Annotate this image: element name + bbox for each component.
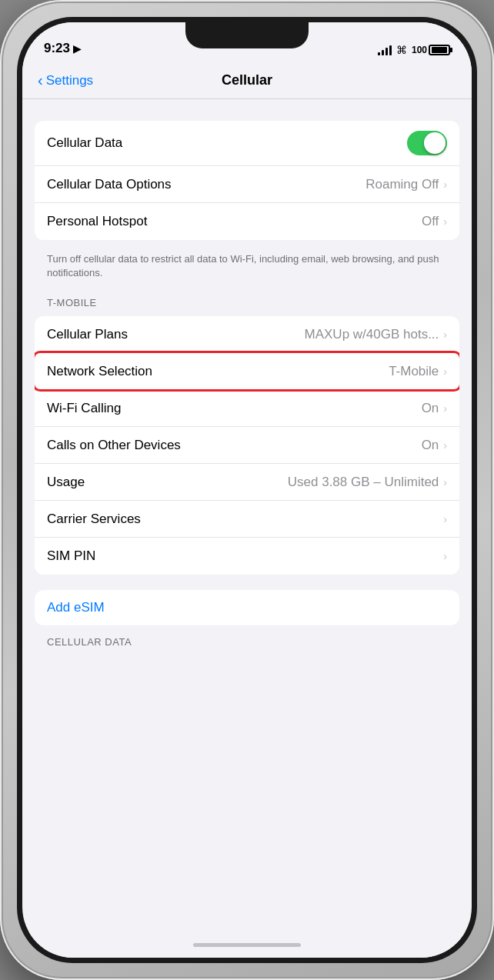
cellular-description: Turn off cellular data to restrict all d… bbox=[22, 246, 472, 292]
usage-right: Used 3.88 GB – Unlimited › bbox=[288, 475, 447, 490]
calls-other-devices-right: On › bbox=[422, 438, 447, 453]
nav-bar: ‹ Settings Cellular bbox=[22, 62, 472, 99]
battery-fill bbox=[432, 47, 447, 53]
cellular-data-toggle[interactable] bbox=[407, 131, 447, 155]
usage-row[interactable]: Usage Used 3.88 GB – Unlimited › bbox=[35, 464, 459, 501]
network-selection-right: T-Mobile › bbox=[389, 364, 447, 379]
add-esim-label: Add eSIM bbox=[47, 600, 105, 615]
location-icon: ▶ bbox=[73, 43, 81, 55]
chevron-icon-5: › bbox=[443, 402, 447, 415]
network-selection-value: T-Mobile bbox=[389, 364, 439, 379]
chevron-left-icon: ‹ bbox=[38, 72, 43, 89]
wifi-calling-row[interactable]: Wi-Fi Calling On › bbox=[35, 390, 459, 427]
cellular-data-options-right: Roaming Off › bbox=[365, 177, 447, 192]
sim-pin-right: › bbox=[443, 550, 447, 562]
battery-container: 100 bbox=[412, 45, 450, 55]
battery-percent: 100 bbox=[412, 45, 427, 55]
add-esim-row[interactable]: Add eSIM bbox=[35, 590, 459, 625]
chevron-icon-7: › bbox=[443, 476, 447, 488]
carrier-services-row[interactable]: Carrier Services › bbox=[35, 501, 459, 538]
personal-hotspot-row[interactable]: Personal Hotspot Off › bbox=[35, 203, 459, 240]
personal-hotspot-right: Off › bbox=[422, 214, 447, 229]
cellular-data-options-label: Cellular Data Options bbox=[47, 177, 172, 192]
carrier-services-right: › bbox=[443, 513, 447, 525]
wifi-calling-right: On › bbox=[422, 401, 447, 416]
sim-pin-label: SIM PIN bbox=[47, 548, 95, 564]
esim-group: Add eSIM bbox=[35, 590, 459, 625]
calls-other-devices-row[interactable]: Calls on Other Devices On › bbox=[35, 427, 459, 464]
cellular-plans-value: MAXUp w/40GB hots... bbox=[305, 327, 439, 342]
chevron-icon-3: › bbox=[443, 328, 447, 341]
chevron-icon-8: › bbox=[443, 513, 447, 525]
time-display: 9:23 bbox=[44, 41, 70, 56]
cellular-plans-right: MAXUp w/40GB hots... › bbox=[305, 327, 447, 342]
battery-icon bbox=[429, 45, 450, 55]
signal-bar-3 bbox=[386, 48, 388, 55]
cellular-data-options-row[interactable]: Cellular Data Options Roaming Off › bbox=[35, 166, 459, 203]
carrier-services-label: Carrier Services bbox=[47, 512, 141, 527]
cellular-data-options-value: Roaming Off bbox=[365, 177, 439, 192]
tmobile-section-header: T-MOBILE bbox=[22, 292, 472, 313]
wifi-calling-label: Wi-Fi Calling bbox=[47, 401, 121, 416]
signal-bar-4 bbox=[389, 45, 392, 55]
page-title: Cellular bbox=[222, 72, 272, 88]
back-button[interactable]: ‹ Settings bbox=[38, 72, 93, 89]
network-selection-label: Network Selection bbox=[47, 364, 152, 379]
chevron-icon-6: › bbox=[443, 439, 447, 452]
wifi-calling-value: On bbox=[422, 401, 439, 416]
cellular-data-group: Cellular Data Cellular Data Options Roam… bbox=[35, 121, 459, 240]
signal-bar-2 bbox=[382, 50, 384, 55]
tmobile-group: Cellular Plans MAXUp w/40GB hots... › Ne… bbox=[35, 316, 459, 575]
home-bar bbox=[193, 943, 301, 947]
chevron-icon-2: › bbox=[443, 215, 447, 228]
network-selection-row[interactable]: Network Selection T-Mobile › bbox=[35, 353, 459, 390]
cellular-data-section-header: CELLULAR DATA bbox=[22, 632, 472, 652]
toggle-thumb bbox=[424, 132, 446, 154]
notch bbox=[185, 22, 309, 48]
cellular-data-row[interactable]: Cellular Data bbox=[35, 121, 459, 166]
chevron-icon-4: › bbox=[443, 365, 447, 378]
spacer-mid bbox=[22, 581, 472, 590]
back-label: Settings bbox=[46, 73, 93, 88]
status-icons: ⌘ 100 bbox=[378, 44, 450, 56]
screen: 9:23 ▶ ⌘ 100 bbox=[22, 22, 472, 958]
spacer-top bbox=[22, 112, 472, 121]
usage-value: Used 3.88 GB – Unlimited bbox=[288, 475, 439, 490]
wifi-icon: ⌘ bbox=[396, 44, 407, 56]
phone-inner: 9:23 ▶ ⌘ 100 bbox=[17, 17, 477, 963]
personal-hotspot-value: Off bbox=[422, 214, 439, 229]
home-indicator[interactable] bbox=[22, 932, 472, 958]
calls-other-devices-label: Calls on Other Devices bbox=[47, 438, 181, 453]
phone-frame: 9:23 ▶ ⌘ 100 bbox=[0, 0, 494, 980]
cellular-plans-row[interactable]: Cellular Plans MAXUp w/40GB hots... › bbox=[35, 316, 459, 353]
signal-bars bbox=[378, 45, 392, 55]
chevron-icon: › bbox=[443, 178, 447, 191]
cellular-data-label: Cellular Data bbox=[47, 135, 122, 151]
usage-label: Usage bbox=[47, 475, 85, 490]
status-time: 9:23 ▶ bbox=[44, 41, 81, 56]
content-area: Cellular Data Cellular Data Options Roam… bbox=[22, 99, 472, 932]
chevron-icon-9: › bbox=[443, 550, 447, 562]
personal-hotspot-label: Personal Hotspot bbox=[47, 214, 147, 229]
battery-tip bbox=[450, 48, 452, 52]
sim-pin-row[interactable]: SIM PIN › bbox=[35, 538, 459, 575]
signal-bar-1 bbox=[378, 52, 380, 55]
cellular-plans-label: Cellular Plans bbox=[47, 327, 128, 342]
calls-other-devices-value: On bbox=[422, 438, 439, 453]
